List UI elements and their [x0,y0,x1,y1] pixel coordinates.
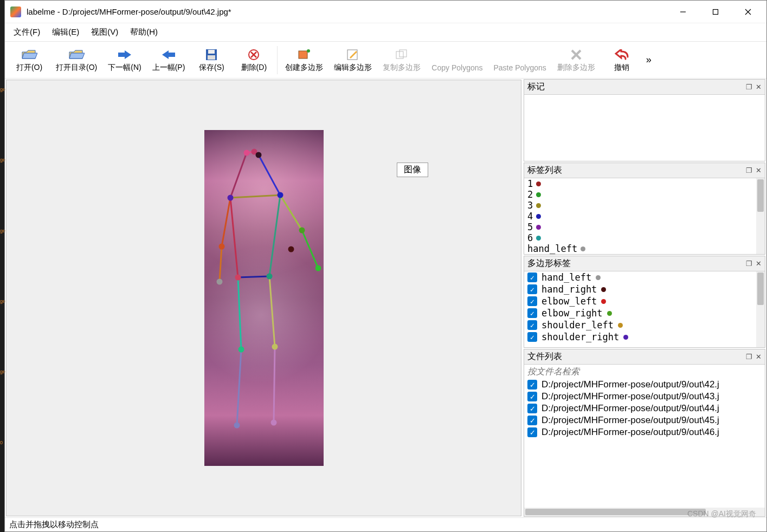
keypoint-ankle_l[interactable] [234,423,240,429]
svg-line-20 [259,155,280,195]
checkbox-icon[interactable]: ✓ [527,392,537,401]
menu-edit[interactable]: 编辑(E) [49,26,82,38]
svg-line-28 [238,276,269,277]
keypoint-ankle_r[interactable] [270,420,276,426]
save-button[interactable]: 保存(S) [190,46,233,75]
svg-line-31 [237,349,241,425]
checkbox-icon[interactable]: ✓ [527,273,537,282]
keypoint-hand_l[interactable] [216,279,222,285]
menu-view[interactable]: 视图(V) [88,26,121,38]
files-list[interactable]: ✓D:/project/MHFormer-pose/output/9/out\4… [524,379,765,516]
svg-line-26 [230,198,238,277]
svg-rect-5 [208,50,215,54]
folder-open-icon [21,48,37,62]
image-canvas[interactable] [204,130,324,466]
markers-panel-body[interactable] [524,95,765,161]
checkbox-icon[interactable]: ✓ [527,332,537,342]
polygons-panel: 多边形标签❐✕ ✓hand_left✓hand_right✓elbow_left… [524,256,765,348]
polygon-list-item[interactable]: ✓hand_left [524,271,765,283]
background-editor-strip: gegegegege0 [0,0,4,532]
label-list-item[interactable]: 4 [524,211,765,222]
delete-button[interactable]: 删除(D) [233,46,275,75]
svg-line-19 [230,153,247,198]
edit-polygon-button[interactable]: 编辑多边形 [328,46,377,75]
scrollbar[interactable] [756,271,765,347]
labels-list[interactable]: 123456hand_left [524,178,765,254]
file-list-item[interactable]: ✓D:/project/MHFormer-pose/output/9/out\4… [524,414,765,426]
keypoint-hand_r2[interactable] [315,265,321,271]
keypoint-shoulder_r[interactable] [277,192,283,198]
undo-button[interactable]: 撤销 [601,46,643,75]
file-list-item[interactable]: ✓D:/project/MHFormer-pose/output/9/out\4… [524,426,765,438]
svg-rect-1 [713,9,718,14]
panel-close-icon[interactable]: ✕ [756,353,762,361]
panel-close-icon[interactable]: ✕ [756,166,762,174]
checkbox-icon[interactable]: ✓ [527,380,537,390]
file-list-item[interactable]: ✓D:/project/MHFormer-pose/output/9/out\4… [524,391,765,403]
svg-line-29 [238,277,241,349]
duplicate-polygon-button: 复制多边形 [377,46,426,75]
minimize-button[interactable] [667,3,699,21]
polygon-list-item[interactable]: ✓shoulder_right [524,331,765,343]
checkbox-icon[interactable]: ✓ [527,427,537,437]
panel-float-icon[interactable]: ❐ [746,353,752,361]
open-dir-button[interactable]: 打开目录(O) [50,46,102,75]
checkbox-icon[interactable]: ✓ [527,296,537,306]
polygon-edit-icon [346,48,359,62]
toolbar: 打开(O) 打开目录(O) 下一幅(N) 上一幅(P) 保存(S) 删除(D) … [5,42,766,79]
svg-line-23 [220,246,222,282]
panel-float-icon[interactable]: ❐ [746,166,752,174]
maximize-button[interactable] [699,3,732,21]
keypoint-elbow_r[interactable] [299,228,305,233]
panel-close-icon[interactable]: ✕ [756,83,762,91]
checkbox-icon[interactable]: ✓ [527,284,537,294]
create-polygon-button[interactable]: 创建多边形 [280,46,328,75]
prev-image-button[interactable]: 上一幅(P) [147,46,191,75]
polygon-list-item[interactable]: ✓elbow_right [524,307,765,319]
open-button[interactable]: 打开(O) [8,46,50,75]
keypoint-hand_r[interactable] [288,246,294,252]
keypoint-knee_r[interactable] [272,344,278,350]
window-title: labelme - D:/project/MHFormer-pose/outpu… [27,7,667,16]
polygon-list-item[interactable]: ✓elbow_left [524,295,765,307]
keypoint-elbow_l[interactable] [218,244,224,250]
keypoint-eye_r[interactable] [255,152,261,158]
label-list-item[interactable]: 6 [524,232,765,243]
label-list-item[interactable]: 1 [524,178,765,189]
canvas-area[interactable]: 图像 [6,80,521,516]
menubar: 文件(F) 编辑(E) 视图(V) 帮助(H) [5,23,766,42]
panel-float-icon[interactable]: ❐ [746,259,752,268]
keypoint-hip_l[interactable] [235,275,241,281]
svg-line-30 [269,276,275,347]
next-image-button[interactable]: 下一幅(N) [102,46,146,75]
polygon-create-icon [298,48,311,62]
menu-help[interactable]: 帮助(H) [127,26,161,38]
keypoint-nose[interactable] [243,150,249,156]
polygon-list-item[interactable]: ✓shoulder_left [524,319,765,331]
panel-float-icon[interactable]: ❐ [746,83,752,91]
watermark-text: CSDN @AI视觉网奇 [687,509,756,519]
keypoint-knee_l[interactable] [238,347,244,353]
label-list-item[interactable]: hand_left [524,243,765,254]
toolbar-overflow-button[interactable]: » [643,54,655,66]
file-list-item[interactable]: ✓D:/project/MHFormer-pose/output/9/out\4… [524,403,765,414]
svg-line-24 [280,195,302,230]
label-list-item[interactable]: 2 [524,189,765,200]
label-list-item[interactable]: 5 [524,222,765,232]
checkbox-icon[interactable]: ✓ [527,404,537,413]
file-list-item[interactable]: ✓D:/project/MHFormer-pose/output/9/out\4… [524,379,765,391]
close-button[interactable] [732,3,764,21]
checkbox-icon[interactable]: ✓ [527,308,537,318]
polygons-list[interactable]: ✓hand_left✓hand_right✓elbow_left✓elbow_r… [524,271,765,347]
files-panel-title: 文件列表 [527,351,743,362]
panel-close-icon[interactable]: ✕ [756,259,762,268]
scrollbar[interactable] [756,178,765,254]
checkbox-icon[interactable]: ✓ [527,416,537,425]
file-search-input[interactable] [524,365,765,379]
checkbox-icon[interactable]: ✓ [527,320,537,330]
menu-file[interactable]: 文件(F) [10,26,43,38]
polygon-list-item[interactable]: ✓hand_right [524,283,765,295]
keypoint-hip_r[interactable] [266,274,272,280]
keypoint-shoulder_l[interactable] [227,195,233,201]
label-list-item[interactable]: 3 [524,200,765,211]
